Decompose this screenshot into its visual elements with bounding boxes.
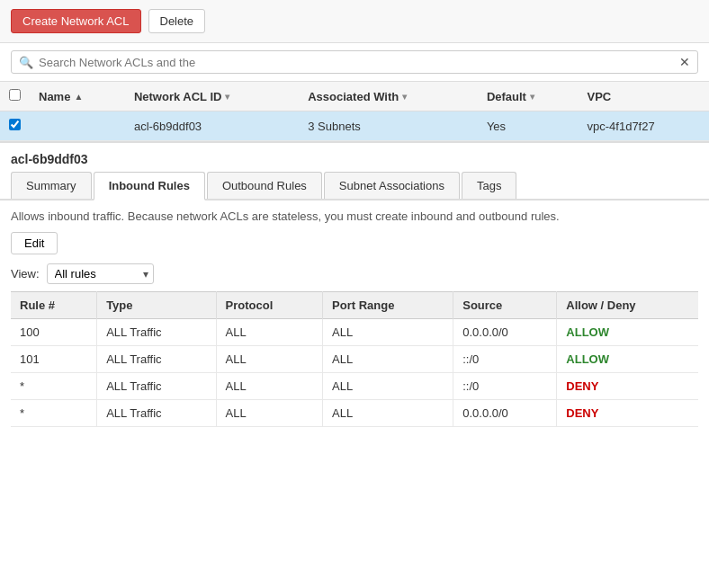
tab-outbound_rules[interactable]: Outbound Rules — [207, 172, 322, 199]
rule-row: 100 ALL Traffic ALL ALL 0.0.0.0/0 ALLOW — [11, 319, 698, 346]
rules-col-port-range: Port Range — [323, 292, 453, 319]
rule-protocol: ALL — [216, 373, 322, 400]
rule-source: ::/0 — [453, 346, 557, 373]
inbound-rules-section: Allows inbound traffic. Because network … — [0, 200, 709, 436]
rule-type: ALL Traffic — [97, 319, 216, 346]
rule-number: * — [11, 373, 97, 400]
rule-number: 101 — [11, 346, 97, 373]
tab-tags[interactable]: Tags — [462, 172, 516, 199]
rule-row: * ALL Traffic ALL ALL 0.0.0.0/0 DENY — [11, 400, 698, 427]
rule-type: ALL Traffic — [97, 400, 216, 427]
toolbar: Create Network ACL Delete — [0, 0, 709, 43]
view-label: View: — [11, 267, 40, 281]
rules-table-header: Rule #TypeProtocolPort RangeSourceAllow … — [11, 292, 698, 319]
search-input[interactable] — [39, 56, 674, 69]
col-header-vpc: VPC — [579, 82, 709, 111]
view-filter-row: View: All rulesInbound onlyOutbound only — [11, 263, 698, 284]
tab-subnet_associations[interactable]: Subnet Associations — [324, 172, 460, 199]
acl-detail-name: acl-6b9ddf03 — [0, 141, 709, 172]
row-associated-with: 3 Subnets — [299, 111, 478, 141]
rule-source: ::/0 — [453, 373, 557, 400]
col-header-associated-with: Associated With ▾ — [299, 82, 478, 111]
search-icon: 🔍 — [19, 56, 33, 69]
rule-port-range: ALL — [323, 373, 453, 400]
acl-table: Name ▲ Network ACL ID ▾ Associated With … — [0, 82, 709, 141]
create-network-acl-button[interactable]: Create Network ACL — [11, 9, 141, 33]
rules-col-allow---deny: Allow / Deny — [557, 292, 698, 319]
row-default: Yes — [478, 111, 579, 141]
rule-action: DENY — [557, 400, 698, 427]
col-header-name: Name ▲ — [30, 82, 125, 111]
rule-action: ALLOW — [557, 319, 698, 346]
rules-col-rule-#: Rule # — [11, 292, 97, 319]
rule-number: 100 — [11, 319, 97, 346]
rule-protocol: ALL — [216, 346, 322, 373]
rules-table: Rule #TypeProtocolPort RangeSourceAllow … — [11, 291, 698, 427]
network-acl-id-filter-icon[interactable]: ▾ — [225, 92, 229, 102]
rule-type: ALL Traffic — [97, 373, 216, 400]
row-checkbox-cell — [0, 111, 30, 141]
rules-col-type: Type — [97, 292, 216, 319]
rules-col-source: Source — [453, 292, 557, 319]
select-all-checkbox[interactable] — [9, 89, 21, 101]
tab-inbound_rules[interactable]: Inbound Rules — [94, 172, 205, 200]
checkbox-header — [0, 82, 30, 111]
rule-row: 101 ALL Traffic ALL ALL ::/0 ALLOW — [11, 346, 698, 373]
table-row[interactable]: acl-6b9ddf03 3 Subnets Yes vpc-4f1d7f27 — [0, 111, 709, 141]
rule-action: ALLOW — [557, 346, 698, 373]
col-header-default: Default ▾ — [478, 82, 579, 111]
inbound-rules-description: Allows inbound traffic. Because network … — [11, 209, 698, 223]
edit-button[interactable]: Edit — [11, 232, 58, 254]
row-checkbox[interactable] — [9, 119, 21, 130]
clear-icon[interactable]: ✕ — [679, 55, 690, 69]
rule-protocol: ALL — [216, 319, 322, 346]
rule-type: ALL Traffic — [97, 346, 216, 373]
view-select-wrap: All rulesInbound onlyOutbound only — [47, 263, 154, 284]
table-header-row: Name ▲ Network ACL ID ▾ Associated With … — [0, 82, 709, 111]
rule-port-range: ALL — [323, 400, 453, 427]
rule-row: * ALL Traffic ALL ALL ::/0 DENY — [11, 373, 698, 400]
view-select[interactable]: All rulesInbound onlyOutbound only — [47, 263, 154, 284]
associated-with-filter-icon[interactable]: ▾ — [402, 92, 407, 102]
rule-action: DENY — [557, 373, 698, 400]
rules-col-protocol: Protocol — [216, 292, 322, 319]
rule-source: 0.0.0.0/0 — [453, 400, 557, 427]
delete-button[interactable]: Delete — [148, 9, 206, 33]
default-filter-icon[interactable]: ▾ — [530, 92, 534, 102]
rule-port-range: ALL — [323, 346, 453, 373]
tabs-bar: SummaryInbound RulesOutbound RulesSubnet… — [0, 172, 709, 200]
rule-protocol: ALL — [216, 400, 322, 427]
rule-port-range: ALL — [323, 319, 453, 346]
search-input-wrap: 🔍 ✕ — [11, 50, 698, 74]
col-header-network-acl-id: Network ACL ID ▾ — [125, 82, 299, 111]
rule-number: * — [11, 400, 97, 427]
row-network-acl-id: acl-6b9ddf03 — [125, 111, 299, 141]
search-bar: 🔍 ✕ — [0, 43, 709, 82]
rule-source: 0.0.0.0/0 — [453, 319, 557, 346]
tab-summary[interactable]: Summary — [11, 172, 92, 199]
row-name — [30, 111, 125, 141]
row-vpc: vpc-4f1d7f27 — [579, 111, 709, 141]
name-sort-icon[interactable]: ▲ — [74, 92, 83, 102]
